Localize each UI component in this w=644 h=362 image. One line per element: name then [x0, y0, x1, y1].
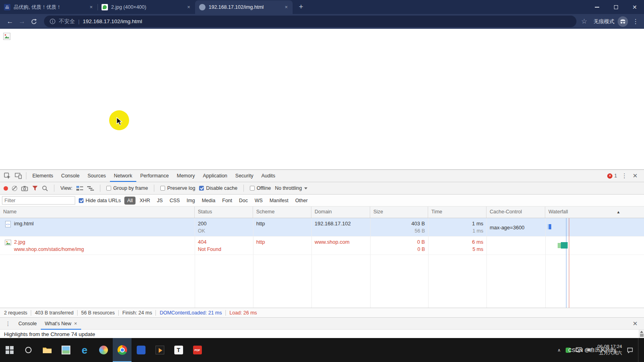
show-overview-icon[interactable]	[87, 186, 94, 191]
filter-pill-manifest[interactable]: Manifest	[267, 197, 291, 205]
column-header-cache-control[interactable]: Cache-Control	[486, 207, 545, 218]
tab-application[interactable]: Application	[199, 170, 231, 182]
media-player-button[interactable]	[150, 338, 169, 362]
filter-funnel-icon[interactable]	[32, 185, 38, 191]
paint-app-button[interactable]	[94, 338, 113, 362]
new-tab-button[interactable]: +	[296, 2, 306, 12]
column-header-status[interactable]: Status	[195, 207, 253, 218]
address-bar[interactable]: 不安全 | 192.168.17.102/img.html	[44, 16, 576, 27]
filter-pill-css[interactable]: CSS	[167, 197, 183, 205]
time-cell: 6 ms 5 ms	[428, 237, 486, 255]
file-explorer-button[interactable]	[38, 338, 56, 362]
tab-sources[interactable]: Sources	[84, 170, 110, 182]
status-text: OK	[198, 228, 250, 235]
time: 6 ms	[431, 238, 483, 246]
filter-pill-all[interactable]: All	[124, 197, 136, 205]
close-whats-new-icon[interactable]: ×	[74, 318, 77, 330]
reload-button[interactable]	[28, 16, 40, 28]
request-row-2jpg[interactable]: 2.jpg www.shop.com/static/home/img 404 N…	[0, 237, 644, 255]
tab-elements[interactable]: Elements	[28, 170, 57, 182]
monitor-icon[interactable]	[576, 347, 582, 353]
scrollbar[interactable]	[639, 330, 644, 338]
tab-close-icon[interactable]: ×	[185, 4, 192, 10]
pdf-icon	[193, 346, 202, 354]
filter-pill-media[interactable]: Media	[199, 197, 218, 205]
throttling-select[interactable]: No throttling	[275, 185, 307, 191]
minimize-icon	[595, 7, 599, 8]
drawer-tab-whats-new[interactable]: What's New ×	[41, 318, 81, 330]
browser-menu-icon[interactable]: ⋮	[631, 18, 640, 25]
start-button[interactable]	[0, 338, 19, 362]
search-button[interactable]	[19, 338, 38, 362]
filter-input[interactable]	[2, 196, 75, 205]
error-badge[interactable]: ✕ 1	[607, 173, 617, 179]
filter-pill-font[interactable]: Font	[219, 197, 235, 205]
typora-button[interactable]	[169, 338, 188, 362]
maximize-button[interactable]	[606, 0, 625, 14]
filter-pill-doc[interactable]: Doc	[236, 197, 251, 205]
devtools-close-icon[interactable]: ✕	[632, 172, 638, 179]
ie-browser-button[interactable]: e	[75, 338, 94, 362]
tab-security[interactable]: Security	[231, 170, 257, 182]
record-button[interactable]	[4, 186, 8, 191]
group-by-frame-checkbox[interactable]: Group by frame	[106, 185, 148, 191]
checkbox-unchecked-icon	[250, 186, 255, 191]
action-center-icon[interactable]	[627, 347, 633, 353]
forward-button[interactable]: →	[16, 16, 28, 28]
photo-viewer-button[interactable]	[56, 338, 75, 362]
scrollbar-thumb[interactable]	[640, 334, 644, 337]
filter-pill-other[interactable]: Other	[292, 197, 310, 205]
name-cell: <> img.html	[0, 218, 195, 236]
use-large-rows-icon[interactable]	[76, 186, 83, 191]
scroll-up-icon[interactable]	[640, 331, 643, 333]
tab-audits[interactable]: Audits	[257, 170, 279, 182]
filter-pill-xhr[interactable]: XHR	[137, 197, 153, 205]
taskbar-clock[interactable]: 06-08 17:24 五月六周六	[598, 344, 622, 356]
column-header-size[interactable]: Size	[370, 207, 428, 218]
filter-pill-ws[interactable]: WS	[252, 197, 265, 205]
disable-cache-checkbox[interactable]: Disable cache	[199, 185, 237, 191]
size: 0 B	[373, 238, 425, 246]
column-header-time[interactable]: Time	[428, 207, 486, 218]
tab-network[interactable]: Network	[110, 170, 136, 182]
inspect-element-button[interactable]	[2, 171, 13, 181]
back-button[interactable]: ←	[4, 16, 16, 28]
tab-close-icon[interactable]: ×	[283, 4, 289, 10]
column-header-waterfall[interactable]: Waterfall ▲	[545, 207, 644, 218]
browser-tab-imghtml-active[interactable]: 192.168.17.102/img.html ×	[195, 0, 293, 14]
bookmark-star-icon[interactable]: ☆	[581, 17, 587, 26]
column-header-domain[interactable]: Domain	[311, 207, 370, 218]
devtools-menu-icon[interactable]: ⋮	[620, 172, 628, 179]
device-toolbar-button[interactable]	[13, 171, 24, 181]
image-favicon	[102, 4, 108, 10]
close-window-button[interactable]: ✕	[625, 0, 644, 14]
tab-memory[interactable]: Memory	[173, 170, 199, 182]
tray-app-icon[interactable]	[566, 348, 571, 353]
drawer-menu-icon[interactable]: ⋮	[2, 320, 14, 327]
column-header-name[interactable]: Name	[0, 207, 195, 218]
request-path: www.shop.com/static/home/img	[14, 246, 84, 253]
clear-button[interactable]	[12, 186, 17, 191]
browser-tab-image[interactable]: 2.jpg (400×400) ×	[98, 0, 195, 14]
tab-performance[interactable]: Performance	[136, 170, 173, 182]
drawer-close-icon[interactable]: ✕	[632, 320, 642, 327]
column-header-scheme[interactable]: Scheme	[253, 207, 311, 218]
tab-console[interactable]: Console	[57, 170, 84, 182]
offline-checkbox[interactable]: Offline	[250, 185, 271, 191]
chrome-button-active[interactable]	[113, 338, 132, 362]
filter-pill-img[interactable]: Img	[184, 197, 198, 205]
search-icon[interactable]	[42, 185, 48, 191]
pdf-app-button[interactable]	[188, 338, 207, 362]
show-desktop-button[interactable]	[638, 338, 640, 362]
tab-close-icon[interactable]: ×	[88, 4, 94, 10]
volume-icon[interactable]	[587, 347, 593, 353]
hide-data-urls-checkbox[interactable]: Hide data URLs	[79, 198, 121, 203]
minimize-button[interactable]	[588, 0, 606, 14]
preserve-log-checkbox[interactable]: Preserve log	[160, 185, 195, 191]
dev-tool-app-button[interactable]	[132, 338, 150, 362]
filter-pill-js[interactable]: JS	[154, 197, 166, 205]
browser-tab-pinyougou[interactable]: 品 品优购, 优质！优质！ ×	[0, 0, 98, 14]
screenshot-camera-icon[interactable]	[21, 185, 28, 191]
drawer-tab-console[interactable]: Console	[14, 318, 41, 330]
hidden-icons-chevron[interactable]: ∧	[558, 348, 561, 353]
